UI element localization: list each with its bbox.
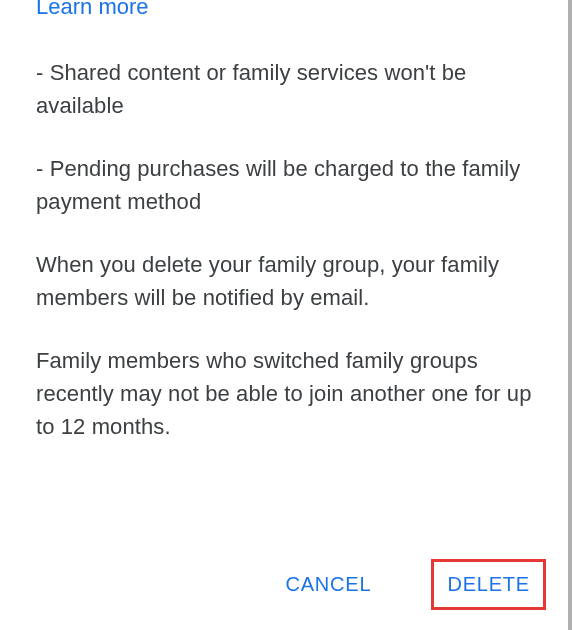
dialog-text-switch-limit: Family members who switched family group… xyxy=(36,344,536,443)
dialog-bullet-shared-content: - Shared content or family services won'… xyxy=(36,56,536,122)
cancel-button[interactable]: CANCEL xyxy=(271,561,385,608)
scrollbar-track xyxy=(568,0,572,630)
dialog-actions: CANCEL DELETE xyxy=(271,561,544,608)
delete-family-dialog: Learn more - Shared content or family se… xyxy=(0,0,572,630)
dialog-text-notify: When you delete your family group, your … xyxy=(36,248,536,314)
dialog-bullet-pending-purchases: - Pending purchases will be charged to t… xyxy=(36,152,536,218)
learn-more-link[interactable]: Learn more xyxy=(36,0,149,20)
delete-button[interactable]: DELETE xyxy=(433,561,544,608)
